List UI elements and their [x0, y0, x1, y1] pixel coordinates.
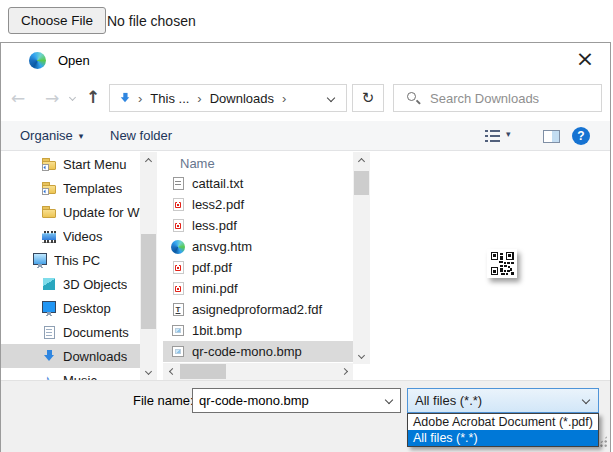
new-folder-button[interactable]: New folder: [110, 128, 172, 143]
history-chevron-icon[interactable]: [69, 94, 76, 101]
file-name-text: pdf.pdf: [192, 260, 232, 275]
file-row-qr-code-mono-bmp[interactable]: qr-code-mono.bmp: [163, 341, 353, 362]
file-type-option-adobe-acrobat-document-pdf[interactable]: Adobe Acrobat Document (*.pdf): [408, 414, 598, 430]
downloads-icon: [42, 349, 56, 363]
organise-label: Organise: [20, 128, 73, 143]
sidebar-item-label: Music: [63, 373, 97, 381]
sidebar-item-label: Update for Win: [63, 205, 140, 220]
help-icon[interactable]: ?: [572, 127, 590, 145]
breadcrumb-separator: ›: [132, 91, 148, 106]
page: Choose File No file chosen Open × ← → ↑ …: [0, 0, 613, 452]
3d-objects-icon: [43, 278, 55, 290]
organise-button[interactable]: Organise ▾: [20, 128, 83, 143]
forward-icon[interactable]: →: [45, 88, 59, 108]
dialog-titlebar: Open ×: [1, 43, 610, 79]
file-name-text: 1bit.bmp: [192, 323, 242, 338]
file-row-ansvg-htm[interactable]: ansvg.htm: [163, 236, 353, 257]
text-file-icon: [173, 177, 184, 190]
scroll-down-icon[interactable]: [353, 349, 370, 364]
file-row-less2-pdf[interactable]: less2.pdf: [163, 194, 353, 215]
refresh-icon[interactable]: ↻: [352, 84, 384, 112]
file-list: Name cattail.txtless2.pdfless.pdfansvg.h…: [163, 152, 353, 380]
choose-file-button[interactable]: Choose File: [8, 7, 106, 34]
sidebar-item-update-for-win[interactable]: Update for Win: [1, 200, 140, 224]
sidebar-item-music[interactable]: Music: [1, 368, 140, 380]
file-name-text: less.pdf: [192, 218, 237, 233]
file-name-label: File name:: [133, 393, 194, 408]
scrollbar-thumb[interactable]: [141, 234, 156, 329]
documents-icon: [44, 326, 55, 339]
videos-icon: [42, 231, 56, 243]
sidebar-item-videos[interactable]: Videos: [1, 224, 140, 248]
file-name-text: qr-code-mono.bmp: [192, 344, 302, 359]
file-list-horizontal-scrollbar[interactable]: [163, 363, 353, 380]
desktop-icon: [42, 301, 56, 315]
sidebar-item-label: Desktop: [63, 301, 111, 316]
file-row-pdf-pdf[interactable]: pdf.pdf: [163, 257, 353, 278]
change-view-icon[interactable]: [485, 130, 500, 142]
computer-icon: [33, 253, 47, 267]
scroll-down-icon[interactable]: [140, 365, 157, 380]
folder-shortcut-icon: [42, 157, 56, 171]
fdf-file-icon: [173, 303, 184, 316]
sidebar-scrollbar[interactable]: [140, 152, 157, 380]
sidebar-item-downloads[interactable]: Downloads: [1, 344, 140, 368]
file-list-vertical-scrollbar[interactable]: [353, 152, 370, 364]
file-type-option-all-files[interactable]: All files (*.*): [408, 430, 598, 446]
folder-icon: [42, 205, 56, 219]
view-options-chevron-icon[interactable]: ▾: [506, 129, 511, 139]
scrollbar-thumb[interactable]: [354, 171, 369, 195]
file-row-less-pdf[interactable]: less.pdf: [163, 215, 353, 236]
search-input[interactable]: [430, 91, 580, 106]
file-name-text: mini.pdf: [192, 281, 238, 296]
up-icon[interactable]: ↑: [86, 87, 100, 107]
file-name-text: cattail.txt: [192, 176, 243, 191]
breadcrumb-item-downloads[interactable]: Downloads: [208, 91, 276, 106]
breadcrumb-item-this[interactable]: This ...: [148, 91, 191, 106]
preview-pane-icon[interactable]: [543, 130, 560, 143]
breadcrumb-chevron-icon[interactable]: [327, 94, 335, 102]
file-name-text: less2.pdf: [192, 197, 244, 212]
file-type-value: All files (*.*): [415, 393, 482, 408]
breadcrumb-separator: ›: [276, 91, 292, 106]
bmp-file-icon: [172, 346, 184, 357]
music-icon: [42, 373, 56, 380]
file-chosen-status: No file chosen: [107, 13, 196, 29]
navigation-bar: ← → ↑ ›This ...›Downloads› ↻: [1, 79, 610, 121]
sidebar-item-start-menu[interactable]: Start Menu: [1, 152, 140, 176]
scroll-left-icon[interactable]: [163, 363, 178, 380]
scroll-right-icon[interactable]: [338, 363, 353, 380]
file-rows: cattail.txtless2.pdfless.pdfansvg.htmpdf…: [163, 173, 353, 362]
file-row-cattail-txt[interactable]: cattail.txt: [163, 173, 353, 194]
command-bar: Organise ▾ New folder ▾ ?: [1, 121, 610, 151]
file-type-select[interactable]: All files (*.*): [407, 388, 599, 413]
file-type-dropdown-list: Adobe Acrobat Document (*.pdf)All files …: [407, 413, 599, 447]
sidebar-item-3d-objects[interactable]: 3D Objects: [1, 272, 140, 296]
file-row-1bit-bmp[interactable]: 1bit.bmp: [163, 320, 353, 341]
scroll-up-icon[interactable]: [353, 152, 370, 167]
dialog-footer: File name: All files (*.*) Adobe Acrobat…: [1, 380, 610, 452]
file-name-combobox: [192, 388, 401, 413]
open-dialog: Open × ← → ↑ ›This ...›Downloads› ↻ Orga…: [0, 42, 611, 452]
search-icon: [406, 91, 420, 105]
search-box: [393, 84, 602, 112]
scroll-up-icon[interactable]: [140, 152, 157, 167]
qr-code-image: [490, 252, 514, 275]
new-folder-label: New folder: [110, 128, 172, 143]
sidebar-item-templates[interactable]: Templates: [1, 176, 140, 200]
sidebar-item-label: Templates: [63, 181, 122, 196]
scrollbar-thumb[interactable]: [180, 364, 226, 379]
close-icon[interactable]: ×: [572, 46, 598, 72]
pdf-file-icon: [173, 219, 184, 232]
sidebar-item-desktop[interactable]: Desktop: [1, 296, 140, 320]
name-column-header[interactable]: Name: [163, 152, 353, 173]
edge-html-icon: [171, 240, 185, 254]
back-icon[interactable]: ←: [11, 88, 25, 108]
sidebar-item-documents[interactable]: Documents: [1, 320, 140, 344]
file-row-mini-pdf[interactable]: mini.pdf: [163, 278, 353, 299]
chevron-down-icon[interactable]: [385, 396, 393, 404]
file-name-input[interactable]: [193, 389, 378, 412]
sidebar-item-this-pc[interactable]: This PC: [1, 248, 140, 272]
file-row-asignedproformad2-fdf[interactable]: asignedproformad2.fdf: [163, 299, 353, 320]
dialog-title: Open: [58, 53, 90, 68]
